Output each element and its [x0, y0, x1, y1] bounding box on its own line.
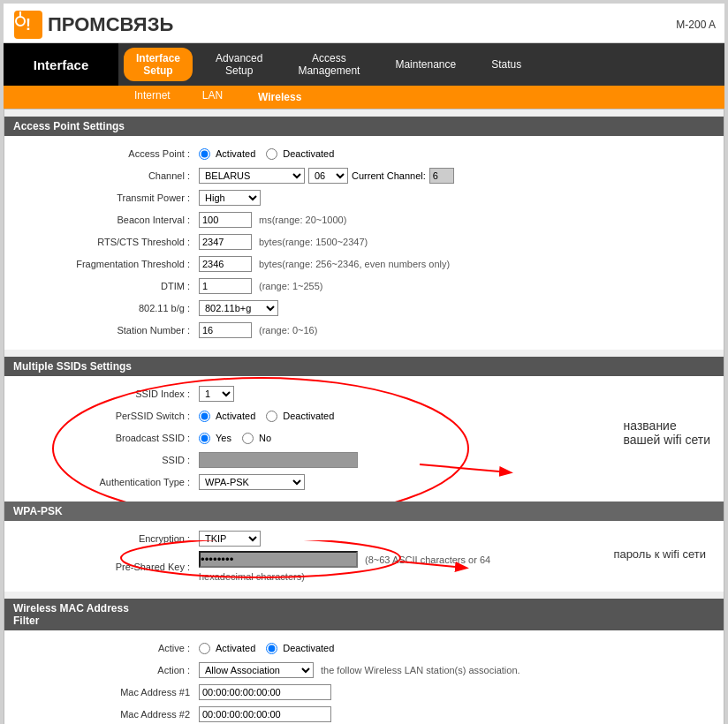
val-beacon-interval: ms(range: 20~1000) [199, 212, 706, 228]
input-ssid[interactable] [199, 452, 358, 468]
label-rts: RTS/CTS Threshold : [22, 237, 199, 247]
row-beacon-interval: Beacon Interval : ms(range: 20~1000) [22, 210, 706, 230]
val-mac-active: Activated Deactivated [199, 643, 706, 654]
tab-status[interactable]: Status [474, 49, 539, 79]
val-mac-action: Allow Association the follow Wireless LA… [199, 662, 706, 678]
radio-broadcast-yes[interactable] [199, 433, 210, 444]
tab-advanced-setup[interactable]: AdvancedSetup [198, 43, 280, 86]
row-channel: Channel : BELARUS 06 Current Channel: [22, 166, 706, 185]
label-ap-deactivated: Deactivated [283, 148, 334, 159]
row-mac-active: Active : Activated Deactivated [22, 638, 706, 658]
radio-perssid-activated[interactable] [199, 411, 210, 422]
label-ssid-index: SSID Index : [22, 388, 199, 399]
row-mac2: Mac Address #2 [22, 705, 706, 724]
label-dtim: DTIM : [22, 281, 199, 291]
label-mac1: Mac Address #1 [22, 687, 199, 698]
ssid-annotation: название вашей wifi сети [624, 419, 710, 447]
label-broadcast: Broadcast SSID : [22, 433, 199, 443]
val-encryption: TKIP [199, 531, 706, 547]
radio-mac-activated[interactable] [199, 643, 210, 654]
label-frag: Fragmentation Threshold : [22, 259, 199, 269]
val-access-point: Activated Deactivated [199, 148, 706, 160]
subtab-internet[interactable]: Internet [118, 86, 186, 109]
select-auth-type[interactable]: WPA-PSK [199, 474, 305, 490]
input-station[interactable] [199, 322, 252, 338]
row-perssid: PerSSID Switch : Activated Deactivated [22, 406, 706, 426]
input-pre-shared-key[interactable] [199, 551, 358, 568]
subtab-wireless[interactable]: Wireless [242, 87, 317, 107]
wpa-section-wrapper: Encryption : TKIP Pre-Shared Key : (8~63… [4, 521, 724, 592]
label-channel: Channel : [22, 170, 199, 181]
sub-nav: Internet LAN Wireless [4, 86, 724, 109]
logo-text: ПРОМСВЯЗЬ [48, 13, 173, 36]
label-auth-type: Authentication Type : [22, 477, 199, 487]
val-station: (range: 0~16) [199, 322, 706, 338]
select-encryption[interactable]: TKIP [199, 531, 261, 547]
tab-interface-setup[interactable]: InterfaceSetup [124, 48, 193, 81]
nav-bar: Interface InterfaceSetup AdvancedSetup A… [4, 43, 724, 86]
select-channel-num[interactable]: 06 [308, 168, 348, 184]
radio-mac-deactivated[interactable] [266, 643, 277, 654]
content-area: Access Point Settings Access Point : Act… [4, 109, 724, 724]
select-ssid-index[interactable]: 1 [199, 386, 234, 402]
val-channel: BELARUS 06 Current Channel: [199, 168, 706, 184]
label-mac-active: Active : [22, 643, 199, 653]
label-encryption: Encryption : [22, 533, 199, 544]
val-ssid-index: 1 [199, 386, 706, 402]
label-transmit-power: Transmit Power : [22, 192, 199, 203]
select-channel-country[interactable]: BELARUS [199, 168, 305, 184]
row-pre-shared-key: Pre-Shared Key : (8~63 ASCII characters … [22, 551, 706, 582]
ssid-section-wrapper: SSID Index : 1 PerSSID Switch : Activate… [4, 376, 724, 502]
hint-mac-action: the follow Wireless LAN station(s) assoc… [321, 665, 520, 675]
mac-filter-title: Wireless MAC AddressFilter [13, 602, 129, 627]
val-transmit-power: High [199, 190, 706, 206]
select-transmit-power[interactable]: High [199, 190, 261, 206]
select-mac-action[interactable]: Allow Association [199, 662, 314, 678]
select-dot11[interactable]: 802.11b+g [199, 300, 278, 316]
row-ssid-index: SSID Index : 1 [22, 384, 706, 403]
radio-ap-activated[interactable] [199, 148, 210, 160]
hint-dtim: (range: 1~255) [259, 281, 322, 291]
hint-pre-shared-key: (8~63 ASCII characters or 64 [365, 554, 490, 565]
access-point-form: Access Point : Activated Deactivated Cha… [4, 136, 724, 350]
tab-access-management[interactable]: AccessManagement [280, 43, 377, 86]
label-mac-activated: Activated [216, 643, 255, 653]
label-pre-shared-key: Pre-Shared Key : [22, 562, 199, 572]
row-access-point: Access Point : Activated Deactivated [22, 144, 706, 163]
label-broadcast-yes: Yes [216, 433, 231, 443]
label-access-point: Access Point : [22, 148, 199, 159]
radio-broadcast-no[interactable] [242, 433, 254, 444]
input-mac2[interactable] [199, 706, 331, 722]
mac-filter-form: Active : Activated Deactivated Action : … [4, 630, 724, 724]
tab-maintenance[interactable]: Maintenance [377, 49, 474, 79]
label-current-channel: Current Channel: [352, 170, 426, 181]
input-dtim[interactable] [199, 278, 252, 294]
input-rts[interactable] [199, 234, 252, 250]
radio-ap-deactivated[interactable] [266, 148, 277, 160]
page-wrapper: ! ПРОМСВЯЗЬ M-200 A Interface InterfaceS… [0, 0, 728, 724]
logo: ! ПРОМСВЯЗЬ [12, 9, 173, 41]
label-mac2: Mac Address #2 [22, 709, 199, 720]
row-dot11: 802.11 b/g : 802.11b+g [22, 298, 706, 318]
hint-frag: bytes(range: 256~2346, even numbers only… [259, 259, 450, 269]
annotation-ssid-title: название [624, 419, 710, 433]
row-mac1: Mac Address #1 [22, 683, 706, 702]
val-ssid [199, 452, 706, 468]
password-annotation: пароль к wifi сети [613, 547, 706, 561]
val-rts: bytes(range: 1500~2347) [199, 234, 706, 250]
label-perssid: PerSSID Switch : [22, 411, 199, 421]
label-perssid-deactivated: Deactivated [283, 411, 334, 421]
row-station: Station Number : (range: 0~16) [22, 321, 706, 340]
input-beacon-interval[interactable] [199, 212, 252, 228]
input-mac1[interactable] [199, 684, 331, 700]
subtab-lan[interactable]: LAN [186, 86, 239, 109]
label-station: Station Number : [22, 325, 199, 336]
label-ap-activated: Activated [216, 148, 255, 159]
input-frag[interactable] [199, 256, 252, 272]
wpa-psk-section-header: WPA-PSK [4, 502, 724, 521]
radio-perssid-deactivated[interactable] [266, 411, 277, 422]
hint-beacon-interval: ms(range: 20~1000) [259, 215, 346, 225]
nav-interface-label: Interface [4, 43, 118, 86]
val-dtim: (range: 1~255) [199, 278, 706, 294]
label-mac-deactivated: Deactivated [283, 643, 334, 653]
